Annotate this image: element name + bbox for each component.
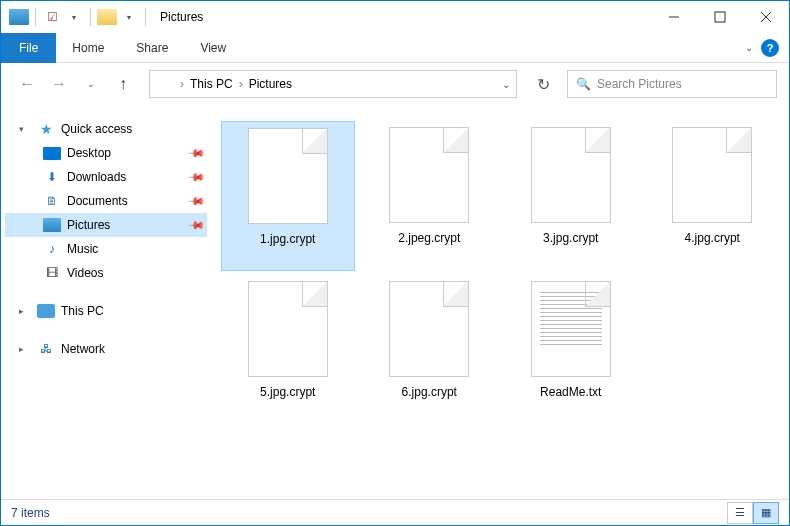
address-dropdown-icon[interactable]: ⌄ [502,79,510,90]
titlebar: ☑ ▾ ▾ Pictures [1,1,789,33]
file-tile[interactable]: 6.jpg.crypt [363,275,497,425]
blank-file-icon [248,128,328,224]
sidebar-item-label: Desktop [67,146,111,160]
separator [35,8,36,26]
sidebar-item-label: Downloads [67,170,126,184]
recent-locations-dropdown[interactable]: ⌄ [77,70,105,98]
blank-file-icon [389,127,469,223]
file-name: 1.jpg.crypt [260,232,315,246]
file-name: 3.jpg.crypt [543,231,598,245]
chevron-down-icon[interactable]: ⌄ [745,42,753,53]
pictures-icon [156,77,174,91]
item-count: 7 items [11,506,50,520]
separator [145,8,146,26]
search-input[interactable]: 🔍 Search Pictures [567,70,777,98]
close-button[interactable] [743,1,789,33]
explorer-window: ☑ ▾ ▾ Pictures File Home Share View ⌄ ? … [0,0,790,526]
sidebar-item-desktop[interactable]: Desktop 📌 [5,141,207,165]
forward-button[interactable]: → [45,70,73,98]
computer-icon [37,303,55,319]
sidebar-item-label: Network [61,342,105,356]
file-tile[interactable]: 2.jpeg.crypt [363,121,497,271]
dropdown-icon[interactable]: ▾ [64,7,84,27]
back-button[interactable]: ← [13,70,41,98]
pin-icon: 📌 [186,191,205,210]
sidebar-item-music[interactable]: ♪ Music [5,237,207,261]
sidebar-item-label: Pictures [67,218,110,232]
file-tile[interactable]: ReadMe.txt [504,275,638,425]
search-icon: 🔍 [576,77,591,91]
breadcrumb-this-pc[interactable]: This PC [190,77,233,91]
pin-icon: 📌 [186,143,205,162]
network-icon: 🖧 [37,341,55,357]
quick-access-toolbar: ☑ ▾ ▾ [9,7,150,27]
file-tab[interactable]: File [1,33,56,63]
tab-home[interactable]: Home [56,35,120,61]
file-name: 5.jpg.crypt [260,385,315,399]
sidebar-item-pictures[interactable]: Pictures 📌 [5,213,207,237]
dropdown-icon[interactable]: ▾ [119,7,139,27]
file-tile[interactable]: 1.jpg.crypt [221,121,355,271]
file-list[interactable]: 1.jpg.crypt2.jpeg.crypt3.jpg.crypt4.jpg.… [211,105,789,499]
status-bar: 7 items ☰ ▦ [1,499,789,525]
file-name: 4.jpg.crypt [685,231,740,245]
chevron-right-icon[interactable]: › [239,77,243,91]
up-button[interactable]: ↑ [109,70,137,98]
sidebar-network[interactable]: ▸ 🖧 Network [5,337,207,361]
navigation-bar: ← → ⌄ ↑ › This PC › Pictures ⌄ ↻ 🔍 Searc… [1,63,789,105]
blank-file-icon [672,127,752,223]
sidebar-item-label: Quick access [61,122,132,136]
pictures-icon [43,217,61,233]
chevron-right-icon[interactable]: ▸ [19,344,31,354]
details-view-button[interactable]: ☰ [727,502,753,524]
navigation-pane: ▾ ★ Quick access Desktop 📌 ⬇ Downloads 📌… [1,105,211,499]
file-tile[interactable]: 3.jpg.crypt [504,121,638,271]
star-icon: ★ [37,121,55,137]
svg-rect-1 [715,12,725,22]
blank-file-icon [389,281,469,377]
separator [90,8,91,26]
blank-file-icon [531,127,611,223]
blank-file-icon [248,281,328,377]
chevron-right-icon[interactable]: › [180,77,184,91]
chevron-right-icon[interactable]: ▸ [19,306,31,316]
documents-icon: 🗎 [43,193,61,209]
pictures-folder-icon [9,7,29,27]
properties-icon[interactable]: ☑ [42,7,62,27]
icons-view-button[interactable]: ▦ [753,502,779,524]
content-area: ▾ ★ Quick access Desktop 📌 ⬇ Downloads 📌… [1,105,789,499]
downloads-icon: ⬇ [43,169,61,185]
tab-share[interactable]: Share [120,35,184,61]
file-tile[interactable]: 4.jpg.crypt [646,121,780,271]
minimize-button[interactable] [651,1,697,33]
sidebar-item-label: Music [67,242,98,256]
pin-icon: 📌 [186,215,205,234]
ribbon: File Home Share View ⌄ ? [1,33,789,63]
sidebar-item-documents[interactable]: 🗎 Documents 📌 [5,189,207,213]
sidebar-item-label: Documents [67,194,128,208]
chevron-down-icon[interactable]: ▾ [19,124,31,134]
file-name: 6.jpg.crypt [402,385,457,399]
sidebar-item-downloads[interactable]: ⬇ Downloads 📌 [5,165,207,189]
sidebar-item-videos[interactable]: 🎞 Videos [5,261,207,285]
sidebar-item-label: Videos [67,266,103,280]
help-icon[interactable]: ? [761,39,779,57]
window-title: Pictures [160,10,203,24]
tab-view[interactable]: View [184,35,242,61]
videos-icon: 🎞 [43,265,61,281]
sidebar-item-label: This PC [61,304,104,318]
address-bar[interactable]: › This PC › Pictures ⌄ [149,70,517,98]
refresh-button[interactable]: ↻ [529,70,557,98]
search-placeholder: Search Pictures [597,77,682,91]
text-file-icon [531,281,611,377]
sidebar-quick-access[interactable]: ▾ ★ Quick access [5,117,207,141]
pin-icon: 📌 [186,167,205,186]
music-icon: ♪ [43,241,61,257]
sidebar-this-pc[interactable]: ▸ This PC [5,299,207,323]
desktop-icon [43,147,61,160]
file-tile[interactable]: 5.jpg.crypt [221,275,355,425]
maximize-button[interactable] [697,1,743,33]
view-toggle: ☰ ▦ [727,502,779,524]
breadcrumb-pictures[interactable]: Pictures [249,77,292,91]
file-name: ReadMe.txt [540,385,601,399]
